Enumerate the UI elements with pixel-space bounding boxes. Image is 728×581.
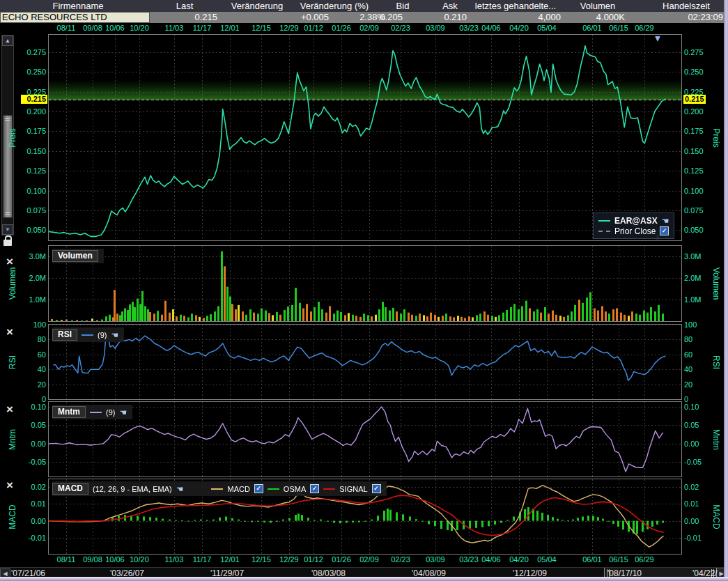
col-label-volumen: Volumen	[580, 1, 616, 11]
x-axis-label: 06/15	[609, 555, 628, 564]
x-axis-label: 01/26	[332, 24, 351, 32]
hand-icon[interactable]: ☚	[111, 330, 118, 340]
osma-swatch	[268, 488, 279, 490]
x-axis-label: 03/09	[426, 24, 445, 32]
collapse-panel-handle-top[interactable]: ▼	[653, 33, 662, 43]
volume-chart-canvas[interactable]	[49, 246, 681, 321]
macd-axis-title: MACD	[711, 479, 722, 554]
col-label-handelszeit: Handelszeit	[663, 1, 710, 11]
price-ytick-right: 0.250	[684, 68, 704, 76]
x-axis-label: 03/23	[459, 24, 479, 32]
price-ytick-right: 0.125	[684, 166, 704, 175]
window-edge-right	[724, 0, 728, 581]
macd-ytick-left: 0.02	[20, 483, 46, 491]
x-axis-label: 08/11	[57, 555, 76, 564]
x-axis-label: 03/09	[426, 555, 445, 564]
x-axis-label: 12/29	[279, 555, 299, 564]
macd-line-checkbox[interactable]: ✓	[254, 484, 263, 493]
x-axis-label: 02/09	[359, 555, 379, 564]
col-label-firmenname: Firmenname	[53, 1, 104, 11]
col-label-veraenderung-pct: Veränderung (%)	[300, 1, 369, 11]
col-label-veraenderung: Veränderung	[231, 1, 283, 11]
x-axis-label: 02/23	[391, 555, 410, 564]
x-axis-label: 05/04	[537, 555, 557, 564]
trade-time-value: 02:23:09	[688, 12, 723, 22]
price-ytick-left: 0.250	[20, 68, 46, 76]
x-axis-label: 06/15	[609, 24, 628, 32]
x-axis-label: 04/20	[509, 24, 529, 32]
price-ytick-right: 0.075	[684, 206, 704, 215]
price-ytick-left: 0.150	[20, 147, 46, 155]
change-value: +0.005	[301, 12, 329, 22]
prior-close-checkbox[interactable]: ✓	[660, 226, 669, 235]
mntm-panel-header: Mntm (9) ☚	[52, 405, 132, 419]
x-axis-label: 04/20	[509, 555, 529, 564]
mntm-chart-canvas[interactable]	[49, 402, 681, 477]
macd-param: (12, 26, 9 - EMA, EMA)	[93, 485, 172, 493]
x-axis-label: 01/12	[304, 24, 323, 32]
x-axis-bottom: 08/1109/0810/0610/2011/0311/1712/0112/15…	[0, 555, 728, 566]
osma-checkbox[interactable]: ✓	[310, 484, 319, 493]
rsi-panel-header: RSI (9) ☚	[52, 327, 124, 342]
hand-icon[interactable]: ☚	[662, 216, 669, 226]
price-ytick-right: 0.150	[684, 147, 704, 155]
price-legend: EAR@ASX ☚ Prior Close ✓	[593, 212, 674, 239]
hand-icon[interactable]: ☚	[119, 408, 127, 417]
price-ytick-left: 0.050	[20, 226, 46, 234]
x-axis-label: 10/06	[105, 24, 125, 32]
volume-ytick-right: 3.0M	[684, 252, 701, 261]
x-axis-label: 12/15	[251, 24, 271, 32]
x-axis-label: 09/08	[83, 555, 102, 564]
mntm-ytick-right: -0.05	[684, 458, 702, 466]
price-ytick-right: 0.050	[684, 226, 704, 234]
hand-icon[interactable]: ☚	[176, 484, 184, 494]
lock-icon[interactable]	[3, 240, 12, 246]
volume-axis-title: Volumen	[711, 246, 722, 321]
volume-value: 4.000K	[596, 12, 625, 22]
x-axis-label: 10/06	[105, 555, 125, 564]
trading-chart-window: Firmenname Last Veränderung Veränderung …	[0, 0, 728, 581]
symbol-input[interactable]: ECHO RESOURCES LTD	[0, 12, 150, 23]
rsi-ytick-left: 20	[20, 380, 46, 389]
rsi-panel-title[interactable]: RSI	[52, 329, 77, 341]
price-chart-canvas[interactable]	[49, 35, 681, 240]
signal-checkbox[interactable]: ✓	[372, 484, 381, 493]
mntm-ytick-left: -0.05	[20, 458, 46, 466]
rsi-ytick-right: 20	[684, 380, 692, 389]
last-value: 0.215	[194, 12, 217, 22]
col-label-bid: Bid	[396, 1, 410, 11]
x-axis-label: 01/12	[304, 555, 323, 564]
x-axis-label: 05/04	[537, 24, 557, 32]
mntm-axis-title: Mntm	[7, 402, 18, 477]
mntm-panel-title[interactable]: Mntm	[52, 406, 86, 418]
rsi-swatch	[82, 334, 93, 336]
mntm-param: (9)	[106, 408, 115, 417]
col-label-ask: Ask	[442, 1, 458, 11]
rsi-param: (9)	[98, 331, 107, 339]
x-axis-label: 11/17	[193, 24, 212, 32]
rsi-ytick-left: 40	[20, 365, 46, 373]
x-axis-label: 09/08	[83, 24, 102, 32]
price-series-swatch	[598, 220, 610, 222]
price-series-label: EAR@ASX	[614, 216, 658, 226]
x-axis-label: 04/06	[481, 555, 501, 564]
volume-ytick-left: 3.0M	[20, 252, 46, 261]
quote-header-labels: Firmenname Last Veränderung Veränderung …	[0, 0, 728, 12]
rsi-chart-canvas[interactable]	[49, 325, 681, 399]
x-axis-label: 11/17	[193, 555, 212, 564]
quote-header-values: ECHO RESOURCES LTD 0.215 +0.005 2.38% 0.…	[0, 12, 728, 23]
volume-ytick-right: 2.0M	[684, 274, 701, 282]
x-axis-label: 03/23	[459, 555, 479, 564]
price-ytick-right: 0.275	[684, 48, 704, 56]
volume-panel-header: Volumen	[52, 249, 104, 263]
macd-line-label: MACD	[227, 485, 249, 493]
macd-axis-title: MACD	[7, 479, 18, 554]
volume-panel-title[interactable]: Volumen	[52, 250, 98, 262]
ask-value: 0.210	[444, 12, 467, 22]
macd-panel-header: MACD (12, 26, 9 - EMA, EMA) ☚ MACD ✓ OSM…	[52, 481, 387, 496]
price-axis-title: Preis	[7, 35, 18, 240]
prior-close-label: Prior Close	[614, 226, 656, 236]
rsi-ytick-right: 80	[684, 335, 692, 343]
macd-panel-title[interactable]: MACD	[52, 483, 88, 495]
rsi-axis-title: RSI	[7, 325, 18, 399]
